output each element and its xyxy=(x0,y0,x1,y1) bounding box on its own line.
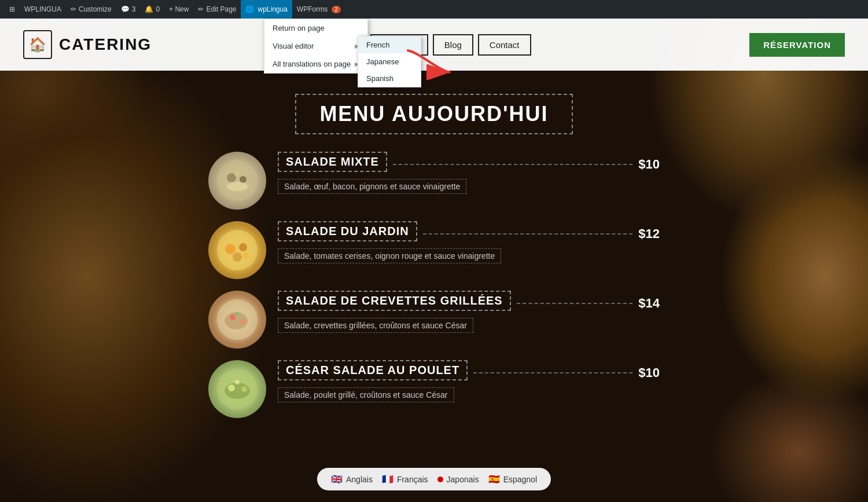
menu-item-3-dots xyxy=(517,303,633,304)
japanese-language-item[interactable]: Japanese xyxy=(358,53,421,70)
comments-button[interactable]: 💬 3 xyxy=(116,0,141,19)
menu-item-4-header: CÉSAR SALADE AU POULET $10 xyxy=(278,360,660,385)
menu-item-4-dots xyxy=(473,372,632,373)
admin-bar: ⊞ WPLINGUA ✏ Customize 💬 3 🔔 0 + New ✏ E… xyxy=(0,0,868,19)
spanish-flag-icon: 🇪🇸 xyxy=(488,474,500,485)
logo-text: CATERING xyxy=(59,35,152,54)
wpforms-button[interactable]: WPForms 2 xyxy=(292,0,345,19)
menu-item-3-header: SALADE DE CREVETTES GRILLÉES $14 xyxy=(278,291,660,316)
menu-item-3-desc: Salade, crevettes grillées, croûtons et … xyxy=(278,318,473,333)
svg-point-18 xyxy=(228,384,235,391)
menu-item-2-header: SALADE DU JARDIN $12 xyxy=(278,221,660,246)
nav-blog[interactable]: Blog xyxy=(433,34,473,56)
logo-icon: 🏠 xyxy=(23,30,52,59)
french-language-item[interactable]: French xyxy=(358,36,421,53)
svg-point-15 xyxy=(236,312,239,316)
new-button[interactable]: + New xyxy=(164,0,193,19)
menu-item-row: SALADE DU JARDIN $12 Salade, tomates cer… xyxy=(208,221,660,279)
menu-item-row: SALADE DE CREVETTES GRILLÉES $14 Salade,… xyxy=(208,291,660,349)
menu-title: MENU AUJOURD'HUI xyxy=(295,94,572,134)
menu-items-list: SALADE MIXTE $10 Salade, œuf, bacon, pig… xyxy=(208,152,660,418)
pencil-icon: ✏ xyxy=(71,5,76,13)
language-bar: 🇬🇧 Anglais 🇫🇷 Français Japonais 🇪🇸 Espag… xyxy=(317,468,551,490)
wpforms-badge: 2 xyxy=(332,6,341,13)
svg-point-7 xyxy=(225,244,236,254)
svg-point-5 xyxy=(227,182,248,191)
menu-item-3-info: SALADE DE CREVETTES GRILLÉES $14 Salade,… xyxy=(278,291,660,333)
svg-point-6 xyxy=(217,230,258,270)
food-image-2 xyxy=(208,221,266,279)
dropdown-menu: Return on page Visual editor ▶ All trans… xyxy=(264,19,368,74)
menu-item-row: SALADE MIXTE $10 Salade, œuf, bacon, pig… xyxy=(208,152,660,210)
svg-point-14 xyxy=(241,320,245,324)
customize-button[interactable]: ✏ Customize xyxy=(66,0,116,19)
menu-item-1-price: $10 xyxy=(638,157,660,172)
menu-item-4-price: $10 xyxy=(638,365,660,380)
menu-item-1-dots xyxy=(393,164,632,165)
menu-item-2-name: SALADE DU JARDIN xyxy=(278,221,417,241)
notifications-button[interactable]: 🔔 0 xyxy=(140,0,164,19)
svg-point-10 xyxy=(242,252,249,259)
reservation-button[interactable]: RÉSERVATION xyxy=(749,33,845,57)
wplingua-icon: 🌐 xyxy=(245,5,254,13)
menu-item-2-desc: Salade, tomates cerises, oignon rouge et… xyxy=(278,248,501,263)
menu-item-1-header: SALADE MIXTE $10 xyxy=(278,152,660,177)
menu-item-3-price: $14 xyxy=(638,296,660,311)
menu-item-4-name: CÉSAR SALADE AU POULET xyxy=(278,360,468,380)
svg-point-20 xyxy=(235,380,240,384)
edit-icon: ✏ xyxy=(198,5,204,13)
menu-item-2-dots xyxy=(423,233,633,234)
return-on-page-item[interactable]: Return on page xyxy=(264,19,367,37)
menu-item-4-desc: Salade, poulet grillé, croûtons et sauce… xyxy=(278,387,454,402)
site-name-button[interactable]: WPLINGUA xyxy=(20,0,66,19)
edit-page-button[interactable]: ✏ Edit Page xyxy=(193,0,241,19)
lang-english[interactable]: 🇬🇧 Anglais xyxy=(331,474,373,485)
svg-point-3 xyxy=(240,176,247,183)
svg-point-4 xyxy=(234,171,240,177)
site-logo[interactable]: 🏠 CATERING xyxy=(23,30,152,59)
wp-logo-button[interactable]: ⊞ xyxy=(5,0,20,19)
spanish-label: Espagnol xyxy=(503,475,537,484)
wp-icon: ⊞ xyxy=(9,5,15,13)
lang-spanish[interactable]: 🇪🇸 Espagnol xyxy=(488,474,537,485)
menu-item-2-info: SALADE DU JARDIN $12 Salade, tomates cer… xyxy=(278,221,660,263)
svg-point-9 xyxy=(233,252,242,262)
svg-point-8 xyxy=(239,243,247,251)
notif-icon: 🔔 xyxy=(145,5,153,13)
english-label: Anglais xyxy=(346,475,373,484)
comment-icon: 💬 xyxy=(121,5,130,13)
all-translations-item[interactable]: All translations on page ▶ xyxy=(264,55,367,73)
language-submenu: French Japanese Spanish xyxy=(358,36,421,87)
english-flag-icon: 🇬🇧 xyxy=(331,474,343,485)
wplingua-button[interactable]: 🌐 wpLingua xyxy=(241,0,292,19)
french-flag-icon: 🇫🇷 xyxy=(382,474,393,485)
japanese-label: Japonais xyxy=(447,475,479,484)
lang-japanese[interactable]: Japonais xyxy=(437,475,479,484)
food-image-3 xyxy=(208,291,266,349)
japanese-dot-icon xyxy=(437,477,443,482)
menu-item-4-info: CÉSAR SALADE AU POULET $10 Salade, poule… xyxy=(278,360,660,402)
lang-french[interactable]: 🇫🇷 Français xyxy=(382,474,428,485)
wplingua-dropdown: Return on page Visual editor ▶ All trans… xyxy=(264,19,368,74)
french-label: Français xyxy=(397,475,428,484)
food-image-4 xyxy=(208,360,266,418)
site-header: 🏠 CATERING À propos Blog Contact RÉSERVA… xyxy=(0,19,868,71)
svg-point-13 xyxy=(230,314,236,320)
svg-point-1 xyxy=(217,160,258,201)
food-image-1 xyxy=(208,152,266,210)
main-content: MENU AUJOURD'HUI SALADE MIXTE xyxy=(0,71,868,441)
nav-contact[interactable]: Contact xyxy=(478,34,531,56)
visual-editor-item[interactable]: Visual editor ▶ xyxy=(264,37,367,55)
menu-item-1-name: SALADE MIXTE xyxy=(278,152,387,172)
menu-item-row: CÉSAR SALADE AU POULET $10 Salade, poule… xyxy=(208,360,660,418)
site-name-label: WPLINGUA xyxy=(24,5,61,13)
menu-item-1-desc: Salade, œuf, bacon, pignons et sauce vin… xyxy=(278,179,466,194)
menu-item-3-name: SALADE DE CREVETTES GRILLÉES xyxy=(278,291,511,311)
menu-item-2-price: $12 xyxy=(638,226,660,241)
spanish-language-item[interactable]: Spanish xyxy=(358,70,421,87)
svg-point-19 xyxy=(241,386,247,392)
menu-item-1-info: SALADE MIXTE $10 Salade, œuf, bacon, pig… xyxy=(278,152,660,194)
